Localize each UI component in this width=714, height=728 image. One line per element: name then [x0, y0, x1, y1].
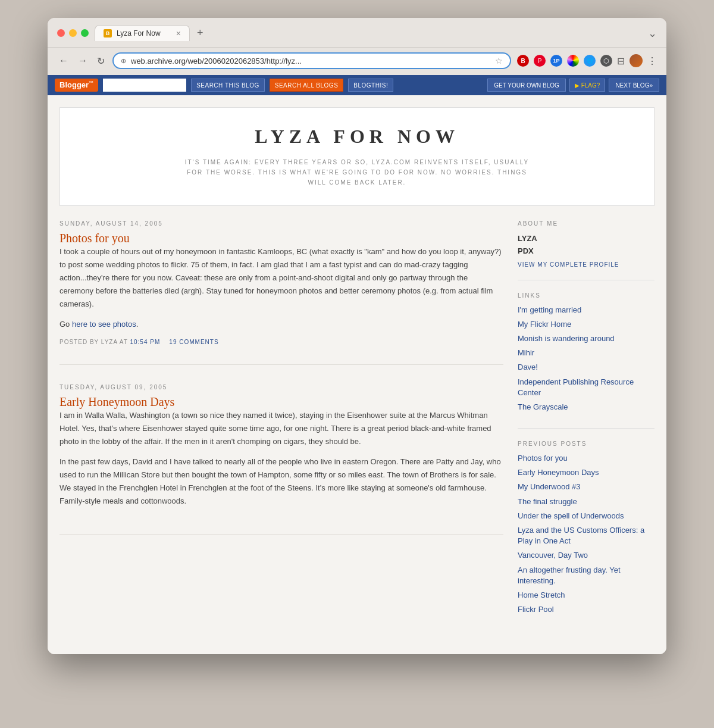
get-your-own-blog-button[interactable]: Get Your Own Blog — [487, 79, 566, 92]
post-1-time[interactable]: 10:54 PM — [130, 339, 160, 345]
prev-post-0[interactable]: Photos for you — [518, 453, 654, 464]
post-1-photos-link[interactable]: here to see photos — [72, 320, 136, 329]
new-tab-button[interactable]: + — [195, 27, 206, 39]
post-2-title[interactable]: Early Honeymoon Days — [60, 395, 174, 408]
blog-subtitle: IT'S TIME AGAIN: EVERY THREE YEARS OR SO… — [178, 157, 536, 188]
blogger-search-input[interactable] — [103, 79, 186, 92]
post-2-paragraph-2: In the past few days, David and I have t… — [60, 455, 503, 508]
prev-post-4[interactable]: Under the spell of Underwoods — [518, 511, 654, 521]
globe-icon[interactable]: 🌐 — [584, 55, 596, 67]
sidebar-profile-name: LYZA PDX — [518, 233, 654, 258]
tab-close-button[interactable]: × — [176, 29, 181, 38]
post-1-posted-by: POSTED BY LYZA AT — [60, 339, 128, 345]
refresh-button[interactable]: ↻ — [95, 54, 107, 68]
post-2-body: I am in Walla Walla, Washington (a town … — [60, 409, 503, 508]
post-2-paragraph-1: I am in Walla Walla, Washington (a town … — [60, 409, 503, 448]
sidebar-link-1[interactable]: My Flickr Home — [518, 319, 654, 330]
bookmark-star-icon[interactable]: ☆ — [495, 56, 503, 65]
title-bar: B Lyza For Now × + ⌄ — [48, 18, 666, 48]
sidebar-link-0[interactable]: I'm getting married — [518, 305, 654, 315]
flag-button[interactable]: ▶ FLAG? — [569, 79, 605, 92]
sidebar-link-6[interactable]: The Grayscale — [518, 402, 654, 413]
tab-title: Lyza For Now — [117, 29, 171, 38]
sidebar-about-heading: ABOUT ME — [518, 220, 654, 227]
two-column-layout: SUNDAY, AUGUST 14, 2005 Photos for you I… — [60, 220, 654, 642]
blogger-logo[interactable]: Blogger™ — [55, 79, 98, 91]
tab-favicon-icon: B — [104, 29, 112, 38]
prev-post-7[interactable]: An altogether frusting day. Yet interest… — [518, 565, 654, 586]
prev-post-9[interactable]: Flickr Pool — [518, 604, 654, 615]
maximize-button[interactable] — [81, 29, 89, 37]
post-1-paragraph-1: I took a couple of hours out of my honey… — [60, 245, 503, 311]
post-2-date: TUESDAY, AUGUST 09, 2005 — [60, 384, 503, 390]
post-1-footer: POSTED BY LYZA AT 10:54 PM 19 COMMENTS — [60, 339, 503, 345]
prev-post-2[interactable]: My Underwood #3 — [518, 482, 654, 492]
post-1-date: SUNDAY, AUGUST 14, 2005 — [60, 220, 503, 227]
prev-post-1[interactable]: Early Honeymoon Days — [518, 467, 654, 478]
prev-post-6[interactable]: Vancouver, Day Two — [518, 550, 654, 561]
post-1-comments[interactable]: 19 COMMENTS — [169, 339, 218, 345]
address-bar: ← → ↻ ⊕ ☆ B P 1P 🌐 ⬡ ⊟ ⋮ — [48, 48, 666, 75]
tab-favicon-letter: B — [106, 30, 110, 36]
rainbow-icon[interactable] — [567, 55, 579, 67]
split-view-icon[interactable]: ⊟ — [617, 55, 625, 67]
blog-title: LYZA FOR NOW — [84, 126, 630, 148]
post-1-paragraph-2: Go here to see photos. — [60, 318, 503, 331]
sidebar-link-5[interactable]: Independent Publishing Resource Center — [518, 377, 654, 398]
sidebar-link-4[interactable]: Dave! — [518, 362, 654, 373]
post-1-title[interactable]: Photos for you — [60, 232, 130, 245]
tab-area: B Lyza For Now × + ⌄ — [95, 25, 657, 41]
close-button[interactable] — [57, 29, 65, 37]
post-2: TUESDAY, AUGUST 09, 2005 Early Honeymoon… — [60, 384, 503, 535]
search-this-blog-button[interactable]: Search This Blog — [191, 79, 265, 92]
main-column: SUNDAY, AUGUST 14, 2005 Photos for you I… — [60, 220, 503, 642]
sidebar-link-3[interactable]: Mihir — [518, 348, 654, 358]
post-1-body: I took a couple of hours out of my honey… — [60, 245, 503, 332]
extension-icon[interactable]: ⬡ — [600, 55, 612, 67]
forward-button[interactable]: → — [76, 54, 89, 68]
browser-window: B Lyza For Now × + ⌄ ← → ↻ ⊕ ☆ B P 1P 🌐 … — [48, 18, 666, 654]
prev-post-8[interactable]: Home Stretch — [518, 590, 654, 601]
bookmark-icon[interactable]: B — [517, 55, 529, 67]
sidebar-prev-posts-section: PREVIOUS POSTS Photos for you Early Hone… — [518, 440, 654, 630]
blog-header: LYZA FOR NOW IT'S TIME AGAIN: EVERY THRE… — [60, 107, 654, 206]
blogger-right-nav: Get Your Own Blog ▶ FLAG? NEXT BLOG» — [487, 79, 659, 92]
pinterest-icon[interactable]: P — [534, 55, 546, 67]
prev-post-3[interactable]: The final struggle — [518, 496, 654, 507]
traffic-lights — [57, 29, 89, 37]
sidebar-link-2[interactable]: Monish is wandering around — [518, 333, 654, 344]
sidebar: ABOUT ME LYZA PDX VIEW MY COMPLETE PROFI… — [518, 220, 654, 642]
next-blog-button[interactable]: NEXT BLOG» — [609, 79, 659, 92]
sidebar-about-section: ABOUT ME LYZA PDX VIEW MY COMPLETE PROFI… — [518, 220, 654, 280]
minimize-button[interactable] — [69, 29, 77, 37]
address-input[interactable] — [131, 57, 490, 65]
back-button[interactable]: ← — [57, 54, 70, 68]
view-profile-link[interactable]: VIEW MY COMPLETE PROFILE — [518, 261, 654, 268]
sidebar-links-heading: LINKS — [518, 292, 654, 299]
post-1: SUNDAY, AUGUST 14, 2005 Photos for you I… — [60, 220, 503, 365]
user-avatar[interactable] — [630, 54, 643, 67]
more-options-icon[interactable]: ⋮ — [647, 55, 657, 67]
sidebar-prev-posts-heading: PREVIOUS POSTS — [518, 440, 654, 447]
1password-icon[interactable]: 1P — [550, 55, 562, 67]
address-bar-input-wrap: ⊕ ☆ — [112, 52, 511, 69]
secure-icon: ⊕ — [121, 57, 126, 65]
blogger-navbar: Blogger™ Search This Blog Search All Blo… — [48, 75, 666, 95]
content-area: LYZA FOR NOW IT'S TIME AGAIN: EVERY THRE… — [48, 95, 666, 654]
search-all-blogs-button[interactable]: Search All Blogs — [270, 79, 344, 92]
browser-tab[interactable]: B Lyza For Now × — [95, 25, 190, 41]
toolbar-icons: B P 1P 🌐 ⬡ ⊟ ⋮ — [517, 54, 657, 67]
sidebar-links-section: LINKS I'm getting married My Flickr Home… — [518, 292, 654, 429]
blogthis-button[interactable]: BlogThis! — [348, 79, 393, 92]
prev-post-5[interactable]: Lyza and the US Customs Officers: a Play… — [518, 525, 654, 546]
tab-menu-button[interactable]: ⌄ — [648, 27, 657, 40]
